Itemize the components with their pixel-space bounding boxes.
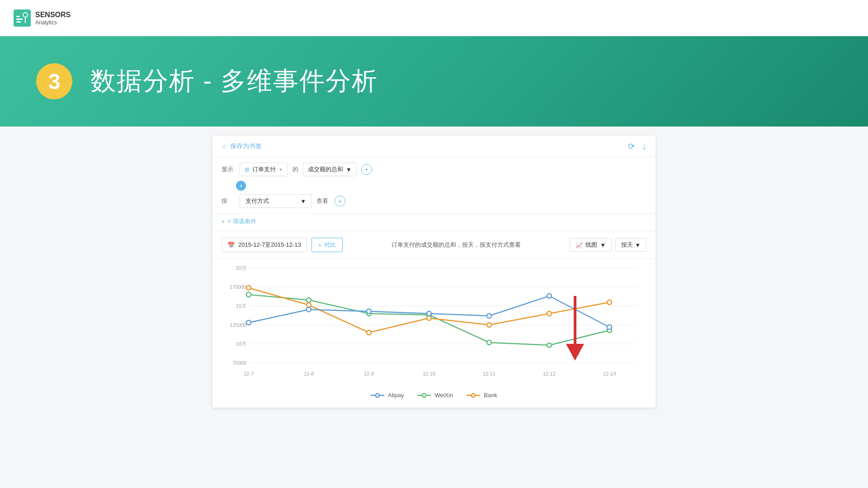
svg-text:125000: 125000 xyxy=(230,322,246,328)
alipay-dot-4 xyxy=(487,314,491,318)
expand-button[interactable]: + xyxy=(236,181,246,191)
alipay-dot-0 xyxy=(246,320,251,325)
weixin-dot-1 xyxy=(307,298,311,302)
logo-area: SENSORS Analytics xyxy=(14,9,71,27)
weixin-dot-4 xyxy=(487,340,491,345)
compare-label: 对比 xyxy=(324,241,336,249)
chart-area: 20万 175000 15万 125000 10万 75000 12-7 12-… xyxy=(212,259,656,408)
bookmark-button[interactable]: ☆ 保存为书签 xyxy=(222,142,262,150)
chart-type-arrow: ▼ xyxy=(600,242,606,249)
filter-condition-row: + + 筛选条件 xyxy=(212,214,656,231)
chart-header: 📅 2015-12-7至2015-12-13 + 对比 订单支付的成交额的总和，… xyxy=(212,231,656,259)
chart-controls: 📈 线图 ▼ 按天 ▼ xyxy=(570,238,646,252)
svg-text:15万: 15万 xyxy=(236,303,246,309)
time-unit-button[interactable]: 按天 ▼ xyxy=(615,238,646,252)
add-filter-label: + 筛选条件 xyxy=(228,217,256,225)
calendar-icon: 📅 xyxy=(227,242,235,249)
toolbar-icons: ⟳ ↓ xyxy=(628,141,646,151)
bookmark-label: 保存为书签 xyxy=(230,142,262,150)
dimension-select-arrow: ▼ xyxy=(300,198,306,205)
weixin-dot-0 xyxy=(246,292,251,297)
svg-text:12-11: 12-11 xyxy=(483,371,495,376)
line-chart-icon: 📈 xyxy=(576,242,583,249)
main-content: ☆ 保存为书签 ⟳ ↓ 显示 ⊞ 订单支付 ▼ 的 成交额的总和 xyxy=(0,127,868,488)
svg-text:12-8: 12-8 xyxy=(304,371,314,376)
event-select-value: 订单支付 xyxy=(252,165,276,174)
hero-number: 3 xyxy=(36,63,72,99)
bank-dot-2 xyxy=(367,330,371,335)
event-select-icon: ⊞ xyxy=(245,166,250,173)
refresh-icon[interactable]: ⟳ xyxy=(628,141,635,151)
logo-text: SENSORS Analytics xyxy=(35,10,71,25)
alipay-legend-label: Alipay xyxy=(388,392,404,399)
time-unit-label: 按天 xyxy=(621,241,633,249)
svg-text:12-12: 12-12 xyxy=(543,371,556,376)
svg-point-30 xyxy=(422,394,426,397)
bank-dot-5 xyxy=(547,311,552,316)
display-label: 显示 xyxy=(222,165,235,174)
hero-banner: 3 数据分析 - 多维事件分析 xyxy=(0,36,868,127)
legend-alipay: Alipay xyxy=(371,392,404,399)
weixin-legend-label: WeiXin xyxy=(434,392,453,399)
svg-text:10万: 10万 xyxy=(236,341,246,347)
add-dimension-button[interactable]: + xyxy=(335,196,345,206)
bank-legend-label: Bank xyxy=(484,392,497,399)
bank-line xyxy=(249,288,609,333)
date-range-button[interactable]: 📅 2015-12-7至2015-12-13 xyxy=(222,238,307,252)
sensors-logo-icon xyxy=(14,9,31,27)
alipay-legend-icon xyxy=(371,393,384,398)
dimension-select-value: 支付方式 xyxy=(245,197,269,205)
header: SENSORS Analytics xyxy=(0,0,868,36)
view-label: 查看 xyxy=(316,197,330,205)
svg-text:12-7: 12-7 xyxy=(244,371,254,376)
svg-rect-1 xyxy=(16,16,20,17)
alipay-dot-1 xyxy=(307,307,311,312)
bank-dot-1 xyxy=(307,303,311,307)
metric-select[interactable]: 成交额的总和 ▼ xyxy=(303,163,357,176)
weixin-dot-5 xyxy=(547,343,552,347)
svg-text:12-13: 12-13 xyxy=(603,371,616,376)
alipay-dot-5 xyxy=(547,294,552,298)
bank-dot-3 xyxy=(427,316,431,320)
bank-dot-4 xyxy=(487,323,491,327)
analytics-panel: ☆ 保存为书签 ⟳ ↓ 显示 ⊞ 订单支付 ▼ 的 成交额的总和 xyxy=(212,136,656,408)
alipay-dot-6 xyxy=(607,325,612,329)
chart-type-button[interactable]: 📈 线图 ▼ xyxy=(570,238,612,252)
svg-point-28 xyxy=(376,394,379,397)
time-unit-arrow: ▼ xyxy=(635,242,641,249)
alipay-dot-2 xyxy=(367,309,371,314)
weixin-legend-icon xyxy=(417,393,431,398)
add-filter-icon: + xyxy=(222,218,225,225)
filter-row-display: 显示 ⊞ 订单支付 ▼ 的 成交额的总和 ▼ + xyxy=(222,163,646,176)
metric-select-value: 成交额的总和 xyxy=(308,165,343,174)
add-filter-button[interactable]: + + 筛选条件 xyxy=(222,217,646,225)
hero-title: 数据分析 - 多维事件分析 xyxy=(90,64,378,99)
chart-title: 订单支付的成交额的总和，按天，按支付方式查看 xyxy=(343,241,570,249)
date-range-value: 2015-12-7至2015-12-13 xyxy=(238,241,301,249)
toolbar-row: ☆ 保存为书签 ⟳ ↓ xyxy=(212,136,656,157)
svg-text:12-9: 12-9 xyxy=(364,371,374,376)
compare-button[interactable]: + 对比 xyxy=(311,238,343,252)
svg-text:75000: 75000 xyxy=(232,360,246,366)
add-metric-button[interactable]: + xyxy=(361,164,372,175)
svg-rect-2 xyxy=(16,19,23,20)
star-icon: ☆ xyxy=(222,143,227,150)
dimension-select[interactable]: 支付方式 ▼ xyxy=(240,194,312,208)
svg-marker-26 xyxy=(566,344,584,361)
svg-rect-0 xyxy=(14,9,31,27)
bank-dot-6 xyxy=(607,300,612,305)
event-select-arrow: ▼ xyxy=(278,167,283,172)
legend-weixin: WeiXin xyxy=(417,392,453,399)
filter-section: 显示 ⊞ 订单支付 ▼ 的 成交额的总和 ▼ + + 按 xyxy=(212,157,656,214)
bank-dot-0 xyxy=(246,286,251,290)
filter-row-by: 按 支付方式 ▼ 查看 + xyxy=(222,194,646,208)
by-label: 按 xyxy=(222,197,235,205)
download-icon[interactable]: ↓ xyxy=(642,141,646,151)
event-select[interactable]: ⊞ 订单支付 ▼ xyxy=(240,163,288,176)
svg-text:20万: 20万 xyxy=(236,265,246,271)
logo-analytics: Analytics xyxy=(35,19,71,26)
of-label: 的 xyxy=(292,165,298,174)
metric-select-arrow: ▼ xyxy=(346,166,352,173)
bank-legend-icon xyxy=(467,393,480,398)
compare-icon: + xyxy=(318,242,322,249)
